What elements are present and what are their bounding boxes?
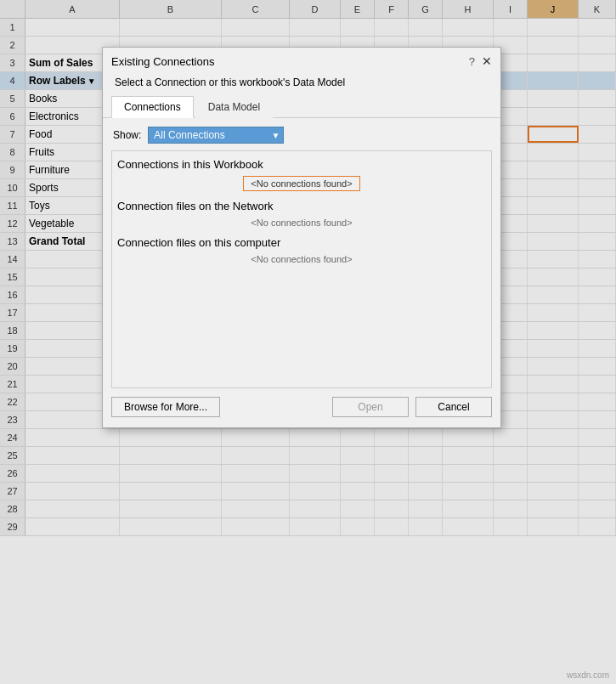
connections-in-workbook-status: <No connections found> (116, 174, 488, 196)
show-label: Show: (113, 129, 141, 141)
tab-connections[interactable]: Connections (111, 96, 194, 118)
tab-data-model[interactable]: Data Model (195, 96, 273, 118)
dialog-title: Existing Connections (111, 55, 214, 68)
dialog-tabs: Connections Data Model (103, 95, 500, 118)
connections-computer-title: Connection files on this computer (116, 233, 488, 252)
help-icon[interactable]: ? (469, 55, 475, 68)
show-row: Show: All Connections ▼ (111, 127, 492, 144)
open-button[interactable]: Open (332, 397, 409, 417)
show-dropdown[interactable]: All Connections ▼ (148, 127, 284, 144)
dialog-titlebar: Existing Connections ? ✕ (103, 48, 500, 73)
cancel-button[interactable]: Cancel (415, 397, 492, 417)
dialog-content: Show: All Connections ▼ Connections in t… (103, 118, 500, 388)
close-icon[interactable]: ✕ (482, 54, 492, 68)
connections-network-title: Connection files on the Network (116, 196, 488, 216)
existing-connections-dialog: Existing Connections ? ✕ Select a Connec… (102, 47, 501, 428)
dialog-controls: ? ✕ (469, 54, 492, 68)
connections-in-workbook-title: Connections in this Workbook (116, 155, 488, 174)
connections-list: Connections in this Workbook <No connect… (111, 150, 492, 388)
browse-for-more-button[interactable]: Browse for More... (111, 397, 220, 417)
dialog-footer: Browse for More... Open Cancel (103, 388, 500, 427)
dropdown-arrow-icon: ▼ (271, 131, 280, 140)
dialog-subtitle: Select a Connection or this workbook's D… (103, 73, 500, 95)
connections-network-status: <No connections found> (116, 216, 488, 233)
dialog-action-buttons: Open Cancel (332, 397, 492, 417)
connections-computer-status: <No connections found> (116, 252, 488, 269)
